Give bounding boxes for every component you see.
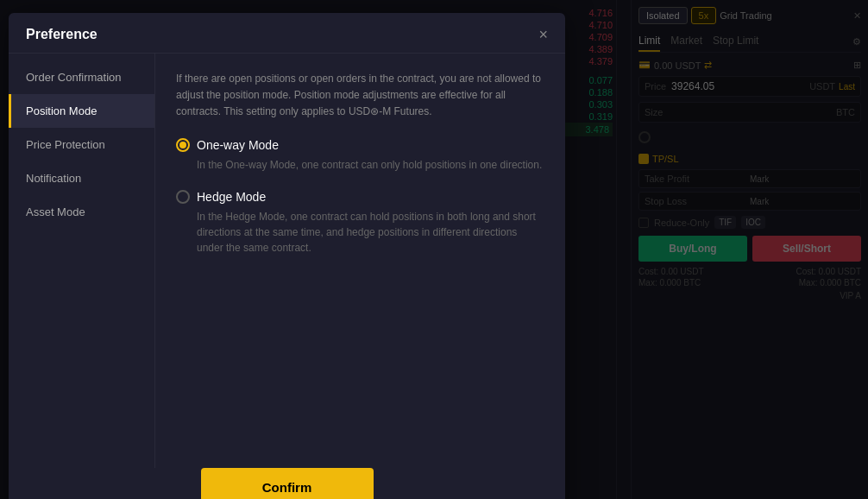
sidebar-item-order-confirmation[interactable]: Order Confirmation xyxy=(9,60,154,94)
hedge-mode-desc: In the Hedge Mode, one contract can hold… xyxy=(197,209,544,256)
modal-content: If there are open positions or open orde… xyxy=(155,54,565,468)
one-way-mode-title: One-way Mode xyxy=(197,138,279,152)
sidebar-item-price-protection[interactable]: Price Protection xyxy=(9,128,154,161)
hedge-mode-title: Hedge Mode xyxy=(197,190,266,204)
confirm-button[interactable]: Confirm xyxy=(201,468,374,499)
one-way-mode-desc: In the One-way Mode, one contract can on… xyxy=(197,157,544,173)
modal-sidebar: Order Confirmation Position Mode Price P… xyxy=(9,54,155,468)
modal-header: Preference × xyxy=(9,13,565,54)
modal-close-button[interactable]: × xyxy=(538,27,548,42)
sidebar-item-notification[interactable]: Notification xyxy=(9,161,154,195)
modal-title: Preference xyxy=(26,27,97,42)
modal-body: Order Confirmation Position Mode Price P… xyxy=(9,54,565,468)
one-way-radio[interactable] xyxy=(176,138,190,152)
hedge-radio[interactable] xyxy=(176,190,190,204)
sidebar-item-asset-mode[interactable]: Asset Mode xyxy=(9,195,154,229)
one-way-mode-option[interactable]: One-way Mode In the One-way Mode, one co… xyxy=(176,138,544,173)
hedge-mode-option[interactable]: Hedge Mode In the Hedge Mode, one contra… xyxy=(176,190,544,256)
info-text: If there are open positions or open orde… xyxy=(176,71,544,121)
preference-modal: Preference × Order Confirmation Position… xyxy=(9,13,565,499)
confirm-section: Confirm xyxy=(9,468,565,499)
sidebar-item-position-mode[interactable]: Position Mode xyxy=(9,94,154,128)
